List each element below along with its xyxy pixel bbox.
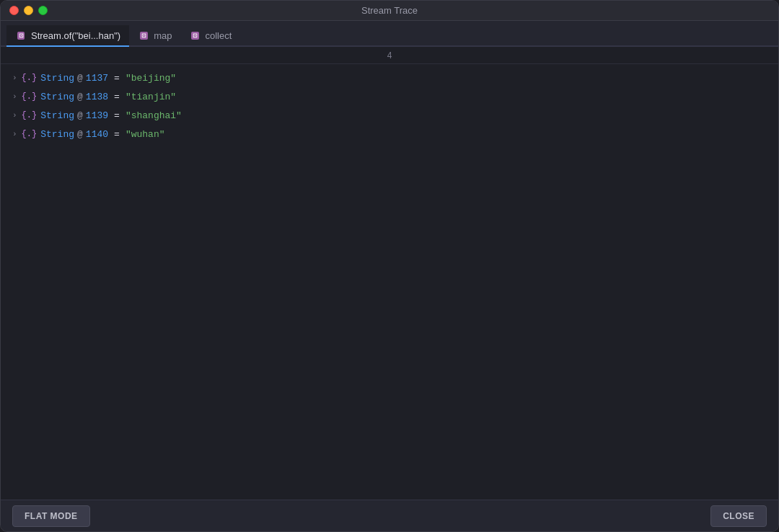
id-2: 1139	[86, 110, 108, 121]
at-0: @	[77, 73, 83, 84]
equals-1: =	[114, 92, 120, 102]
id-0: 1137	[86, 73, 108, 84]
value-0: "beijing"	[126, 73, 176, 84]
type-1: String	[40, 92, 74, 102]
map-tab-icon: ⊡	[138, 31, 149, 40]
stream-tab-icon: ⊡	[15, 31, 27, 40]
collect-tab-icon: ⊡	[189, 31, 201, 40]
expand-arrow-3[interactable]: ›	[12, 130, 17, 138]
list-item: › {.} String @ 1139 = "shanghai"	[1, 106, 778, 125]
tab-bar: ⊡ Stream.of("bei...han") ⊡ map ⊡ collect	[1, 21, 778, 47]
equals-0: =	[114, 73, 120, 84]
obj-icon-0: {.}	[22, 73, 38, 83]
equals-2: =	[114, 110, 120, 121]
expand-arrow-0[interactable]: ›	[12, 74, 17, 82]
at-2: @	[77, 110, 83, 121]
type-3: String	[40, 129, 74, 140]
bottom-bar: FLAT MODE CLOSE	[1, 500, 778, 531]
traffic-lights	[9, 6, 48, 15]
main-content: › {.} String @ 1137 = "beijing" › {.} St…	[1, 64, 778, 500]
obj-icon-2: {.}	[22, 110, 38, 120]
type-2: String	[40, 110, 74, 121]
type-0: String	[40, 73, 74, 84]
list-item: › {.} String @ 1137 = "beijing"	[1, 68, 778, 87]
column-number: 4	[387, 50, 392, 61]
list-item: › {.} String @ 1138 = "tianjin"	[1, 87, 778, 106]
collect-tab-label: collect	[205, 30, 232, 41]
title-bar: Stream Trace	[1, 1, 778, 21]
maximize-traffic-light[interactable]	[38, 6, 48, 15]
obj-icon-1: {.}	[22, 92, 38, 102]
at-3: @	[77, 129, 83, 140]
close-traffic-light[interactable]	[9, 6, 19, 15]
list-item: › {.} String @ 1140 = "wuhan"	[1, 125, 778, 143]
id-1: 1138	[86, 92, 108, 102]
flat-mode-button[interactable]: FLAT MODE	[12, 505, 90, 527]
stream-tab-label: Stream.of("bei...han")	[31, 30, 120, 41]
equals-3: =	[114, 129, 120, 140]
obj-icon-3: {.}	[22, 129, 38, 139]
expand-arrow-1[interactable]: ›	[12, 92, 17, 101]
tab-collect[interactable]: ⊡ collect	[180, 25, 240, 47]
map-tab-label: map	[154, 30, 172, 41]
minimize-traffic-light[interactable]	[24, 6, 33, 15]
window-title: Stream Trace	[361, 5, 418, 16]
expand-arrow-2[interactable]: ›	[12, 111, 17, 120]
value-2: "shanghai"	[126, 110, 182, 121]
at-1: @	[77, 92, 83, 102]
column-header: 4	[1, 47, 778, 64]
close-button[interactable]: CLOSE	[710, 505, 767, 527]
tab-stream[interactable]: ⊡ Stream.of("bei...han")	[6, 25, 129, 47]
main-window: Stream Trace ⊡ Stream.of("bei...han") ⊡ …	[0, 0, 779, 532]
value-1: "tianjin"	[126, 92, 176, 102]
value-3: "wuhan"	[126, 129, 165, 140]
tab-map[interactable]: ⊡ map	[129, 25, 180, 47]
id-3: 1140	[86, 129, 108, 140]
